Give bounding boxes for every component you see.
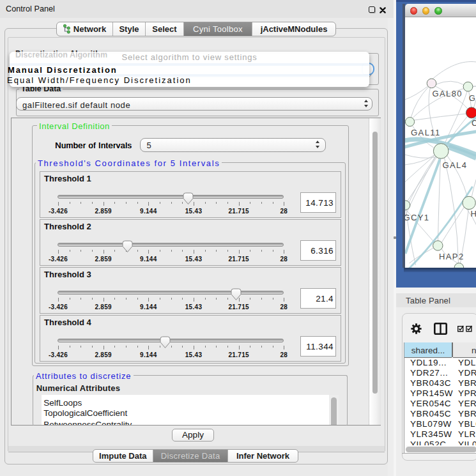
svg-text:GAL11: GAL11 — [411, 128, 441, 137]
svg-text:H: H — [470, 209, 476, 219]
svg-text:C: C — [472, 118, 476, 128]
svg-text:G.: G. — [468, 93, 476, 103]
svg-text:GAL4: GAL4 — [442, 160, 467, 170]
svg-text:HAP2: HAP2 — [439, 252, 464, 261]
svg-text:GAL80: GAL80 — [432, 89, 462, 98]
svg-text:GCY1: GCY1 — [405, 213, 429, 222]
